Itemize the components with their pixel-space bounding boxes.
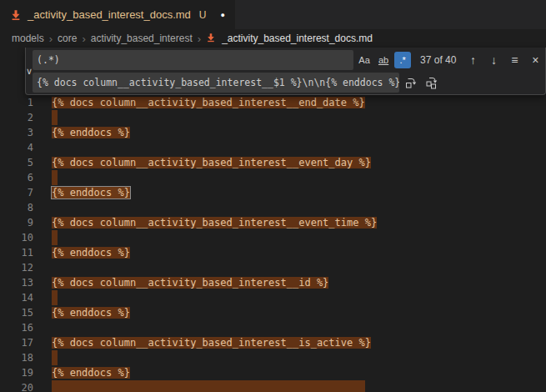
find-input[interactable]: (.*): [33, 50, 353, 70]
code-text: {% docs column__activity_based_interest_…: [33, 335, 371, 350]
find-row: (.*) Aa ab .* 37 of 40 ↑ ↓ ≡ ×: [33, 50, 544, 70]
find-in-selection-button[interactable]: ≡: [505, 51, 523, 69]
code-line[interactable]: 1{% docs column__activity_based_interest…: [0, 95, 546, 110]
previous-match-button[interactable]: ↑: [463, 51, 482, 69]
code-text: [33, 350, 58, 365]
code-text: [33, 200, 52, 215]
replace-all-button[interactable]: [423, 73, 441, 92]
find-match-highlight: {% enddocs %}: [52, 127, 130, 138]
git-status-badge: U: [199, 9, 207, 21]
find-match-highlight: {% docs column__activity_based_interest_…: [52, 157, 371, 168]
chevron-right-icon: ›: [198, 33, 201, 45]
close-button[interactable]: ×: [526, 51, 544, 69]
find-match-highlight: {% docs column__activity_based_interest_…: [52, 337, 371, 349]
replace-row: {% docs column__activity_based_interest_…: [33, 73, 544, 93]
code-line[interactable]: 6: [0, 170, 546, 185]
find-match-highlight: [52, 110, 58, 125]
line-number: 1: [0, 95, 33, 110]
match-case-button[interactable]: Aa: [356, 52, 373, 68]
replace-button[interactable]: [402, 73, 420, 92]
code-text: {% enddocs %}: [33, 125, 130, 140]
code-line[interactable]: 17{% docs column__activity_based_interes…: [0, 335, 546, 350]
find-match-highlight: [52, 350, 58, 365]
code-text: {% enddocs %}: [33, 245, 130, 260]
code-line[interactable]: 3{% enddocs %}: [0, 125, 546, 140]
code-line[interactable]: 19{% enddocs %}: [0, 365, 546, 380]
code-text: {% enddocs %}: [33, 365, 130, 380]
code-text: [33, 380, 365, 392]
code-text: {% enddocs %}: [33, 305, 130, 320]
breadcrumb: models › core › activity_based_interest …: [0, 29, 546, 48]
editor-tab[interactable]: _activity_based_interest_docs.md U ●: [0, 0, 236, 29]
results-count: 37 of 40: [420, 54, 456, 66]
code-line[interactable]: 9{% docs column__activity_based_interest…: [0, 215, 546, 230]
code-line[interactable]: 18: [0, 350, 546, 365]
line-number: 5: [0, 155, 33, 170]
code-line[interactable]: 5{% docs column__activity_based_interest…: [0, 155, 546, 170]
line-number: 14: [0, 290, 33, 305]
breadcrumb-item-core[interactable]: core: [58, 33, 77, 44]
find-match-highlight: {% enddocs %}: [52, 247, 130, 259]
code-line[interactable]: 15{% enddocs %}: [0, 305, 546, 320]
find-match-highlight: [52, 230, 58, 245]
toggle-replace-chevron-icon[interactable]: ∨: [26, 48, 33, 94]
code-text: [33, 260, 52, 275]
find-match-highlight: [52, 290, 58, 305]
code-line[interactable]: 4: [0, 140, 546, 155]
replace-icon: [404, 76, 418, 89]
regex-button[interactable]: .*: [394, 52, 411, 68]
line-number: 4: [0, 140, 33, 155]
line-number: 7: [0, 185, 33, 200]
find-match-highlight: {% docs column__activity_based_interest_…: [52, 97, 365, 108]
breadcrumb-item-folder[interactable]: activity_based_interest: [91, 33, 193, 44]
code-line[interactable]: 13{% docs column__activity_based_interes…: [0, 275, 546, 290]
replace-all-icon: [425, 76, 438, 89]
code-line[interactable]: 8: [0, 200, 546, 215]
find-value: (.*): [37, 54, 60, 66]
line-number: 19: [0, 365, 33, 380]
code-line[interactable]: 20: [0, 380, 546, 392]
code-line[interactable]: 7{% enddocs %}: [0, 185, 546, 200]
find-match-highlight: [52, 380, 365, 392]
chevron-right-icon: ›: [82, 33, 85, 45]
line-number: 18: [0, 350, 33, 365]
find-match-highlight: {% enddocs %}: [52, 307, 130, 319]
code-text: [33, 230, 58, 245]
find-match-highlight: {% enddocs %}: [52, 367, 130, 379]
breadcrumb-item-file[interactable]: _activity_based_interest_docs.md: [206, 33, 373, 44]
line-number: 11: [0, 245, 33, 260]
code-line[interactable]: 10: [0, 230, 546, 245]
replace-value: {% docs column__activity_based_interest_…: [37, 77, 399, 88]
tab-filename: _activity_based_interest_docs.md: [28, 8, 191, 21]
vscode-window: _activity_based_interest_docs.md U ● mod…: [0, 0, 546, 392]
current-find-match: {% enddocs %}: [52, 187, 130, 199]
code-line[interactable]: 11{% enddocs %}: [0, 245, 546, 260]
tab-bar: _activity_based_interest_docs.md U ●: [0, 0, 546, 29]
code-text: [33, 320, 52, 335]
code-text: {% docs column__activity_based_interest_…: [33, 95, 365, 110]
code-line[interactable]: 14: [0, 290, 546, 305]
code-text: {% docs column__activity_based_interest_…: [33, 275, 328, 290]
code-text: {% enddocs %}: [33, 185, 130, 200]
code-line[interactable]: 2: [0, 110, 546, 125]
markdown-file-icon: [206, 33, 218, 44]
line-number: 12: [0, 260, 33, 275]
line-number: 9: [0, 215, 33, 230]
line-number: 3: [0, 125, 33, 140]
find-match-highlight: [52, 170, 58, 185]
replace-input[interactable]: {% docs column__activity_based_interest_…: [33, 73, 399, 93]
find-match-highlight: {% docs column__activity_based_interest_…: [52, 217, 377, 229]
next-match-button[interactable]: ↓: [484, 51, 503, 69]
code-text: [33, 110, 58, 125]
code-line[interactable]: 12: [0, 260, 546, 275]
line-number: 17: [0, 335, 33, 350]
code-line[interactable]: 16: [0, 320, 546, 335]
editor-content[interactable]: 1{% docs column__activity_based_interest…: [0, 95, 546, 392]
dirty-indicator-dot[interactable]: ●: [221, 11, 225, 19]
whole-word-button[interactable]: ab: [375, 52, 392, 68]
code-text: {% docs column__activity_based_interest_…: [33, 155, 371, 170]
line-number: 8: [0, 200, 33, 215]
chevron-right-icon: ›: [49, 33, 53, 45]
line-number: 2: [0, 110, 33, 125]
breadcrumb-item-models[interactable]: models: [12, 33, 44, 44]
